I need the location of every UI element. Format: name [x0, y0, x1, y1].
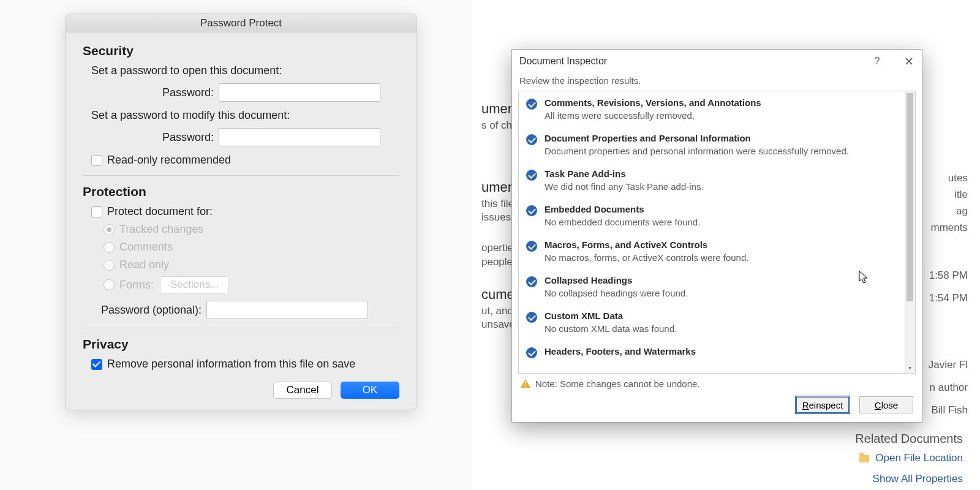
open-password-prompt: Set a password to open this document:: [91, 64, 399, 77]
undo-warning-text: Note: Some changes cannot be undone.: [535, 379, 700, 389]
warning-icon: [521, 379, 530, 389]
text-fragment: mments: [931, 222, 968, 234]
result-description: Document properties and personal informa…: [545, 146, 900, 156]
result-title: Custom XML Data: [545, 311, 900, 321]
inspection-result-item: Headers, Footers, and Watermarks: [519, 340, 915, 363]
inspection-result-item: Document Properties and Personal Informa…: [519, 127, 915, 162]
password-protect-dialog: Password Protect Security Set a password…: [65, 13, 417, 410]
inspection-result-item: Comments, Revisions, Versions, and Annot…: [519, 91, 915, 127]
scrollbar[interactable]: ▴ ▾: [905, 91, 915, 373]
readonly-recommended-checkbox[interactable]: [91, 155, 102, 166]
open-file-location-link[interactable]: Open File Location: [859, 452, 963, 464]
inspection-result-item: Embedded DocumentsNo embedded documents …: [519, 198, 915, 233]
password-label: Password:: [91, 86, 214, 99]
optional-password-label: Password (optional):: [101, 304, 202, 317]
result-description: No macros, forms, or ActiveX controls we…: [545, 252, 900, 263]
close-button[interactable]: Close: [859, 396, 913, 413]
comments-radio[interactable]: [104, 242, 115, 253]
open-file-location-label: Open File Location: [875, 452, 963, 464]
check-icon: [526, 276, 537, 287]
result-title: Embedded Documents: [545, 204, 900, 214]
result-title: Document Properties and Personal Informa…: [545, 133, 900, 143]
text-fragment: issues: [481, 211, 511, 224]
close-icon[interactable]: [903, 56, 914, 67]
text-fragment: n author: [930, 382, 968, 394]
result-title: Collapsed Headings: [545, 275, 900, 285]
remove-personal-info-checkbox[interactable]: [91, 359, 102, 370]
check-icon: [526, 312, 537, 323]
text-fragment: ag: [956, 205, 968, 217]
inspection-result-item: Collapsed HeadingsNo collapsed headings …: [519, 269, 915, 304]
dialog-title: Password Protect: [66, 14, 417, 32]
related-documents-heading: Related Documents: [855, 432, 963, 446]
open-password-input[interactable]: [219, 83, 380, 102]
scrollbar-thumb[interactable]: [907, 93, 913, 301]
readonly-label: Read only: [119, 258, 169, 271]
text-fragment: people: [481, 256, 513, 268]
show-all-properties-link[interactable]: Show All Properties: [873, 473, 963, 485]
remove-personal-info-label: Remove personal information from this fi…: [107, 358, 355, 371]
check-icon: [526, 134, 537, 145]
check-icon: [526, 205, 537, 216]
ok-button[interactable]: OK: [341, 382, 399, 399]
result-description: All items were successfully removed.: [545, 110, 900, 121]
dialog-subtitle: Review the inspection results.: [512, 73, 922, 91]
author-name-fragment: Javier Fl: [929, 359, 968, 371]
result-description: We did not find any Task Pane add-ins.: [545, 181, 900, 192]
protect-document-label: Protect document for:: [107, 205, 213, 218]
optional-password-input[interactable]: [206, 301, 368, 319]
readonly-radio[interactable]: [104, 260, 115, 271]
sections-button[interactable]: Sections...: [160, 276, 229, 293]
divider: [83, 175, 399, 176]
result-title: Headers, Footers, and Watermarks: [545, 346, 900, 356]
result-title: Task Pane Add-ins: [545, 168, 900, 179]
document-inspector-dialog: Document Inspector ? Review the inspecti…: [511, 49, 922, 423]
result-title: Comments, Revisions, Versions, and Annot…: [545, 97, 900, 108]
protect-document-checkbox[interactable]: [91, 206, 102, 217]
check-icon: [526, 241, 537, 252]
scroll-down-arrow-icon[interactable]: ▾: [905, 363, 915, 373]
dialog-titlebar: Document Inspector ?: [512, 50, 922, 73]
author-name-fragment: Bill Fish: [931, 404, 968, 417]
tracked-changes-radio[interactable]: [104, 224, 115, 235]
modify-password-prompt: Set a password to modify this document:: [91, 109, 399, 122]
text-fragment: cume: [481, 287, 514, 303]
dialog-title: Document Inspector: [519, 56, 607, 67]
result-description: No collapsed headings were found.: [545, 288, 900, 298]
password-label: Password:: [91, 131, 214, 144]
reinspect-button[interactable]: Reinspect: [796, 396, 850, 413]
text-fragment: this file: [481, 198, 514, 210]
inspection-result-item: Custom XML DataNo custom XML data was fo…: [519, 304, 915, 340]
created-time: 1:54 PM: [929, 292, 968, 304]
tracked-changes-label: Tracked changes: [119, 223, 203, 236]
text-fragment: utes: [948, 172, 968, 184]
check-icon: [526, 99, 537, 110]
readonly-recommended-label: Read-only recommended: [107, 154, 231, 167]
inspection-result-item: Macros, Forms, and ActiveX ControlsNo ma…: [519, 233, 915, 269]
inspection-result-item: Task Pane Add-insWe did not find any Tas…: [519, 162, 915, 198]
text-fragment: umen: [481, 179, 515, 195]
cancel-button[interactable]: Cancel: [273, 382, 332, 399]
text-fragment: itle: [954, 189, 968, 201]
last-modified-time: 1:58 PM: [929, 270, 968, 282]
security-heading: Security: [83, 43, 399, 58]
modify-password-input[interactable]: [219, 128, 380, 146]
undo-warning-note: Note: Some changes cannot be undone.: [512, 374, 922, 394]
folder-icon: [859, 455, 869, 462]
protection-heading: Protection: [83, 184, 399, 199]
text-fragment: ut, and: [481, 305, 513, 317]
result-description: No custom XML data was found.: [545, 323, 900, 334]
divider: [83, 328, 399, 328]
forms-label: Forms:: [119, 279, 154, 292]
result-description: No embedded documents were found.: [545, 217, 900, 227]
check-icon: [526, 170, 537, 181]
result-title: Macros, Forms, and ActiveX Controls: [545, 239, 900, 250]
comments-label: Comments: [119, 241, 173, 254]
privacy-heading: Privacy: [83, 337, 399, 352]
text-fragment: umen: [481, 101, 515, 117]
help-button[interactable]: ?: [872, 56, 883, 67]
forms-radio[interactable]: [104, 279, 115, 290]
check-icon: [526, 347, 537, 358]
inspection-results-list[interactable]: Comments, Revisions, Versions, and Annot…: [518, 91, 916, 374]
